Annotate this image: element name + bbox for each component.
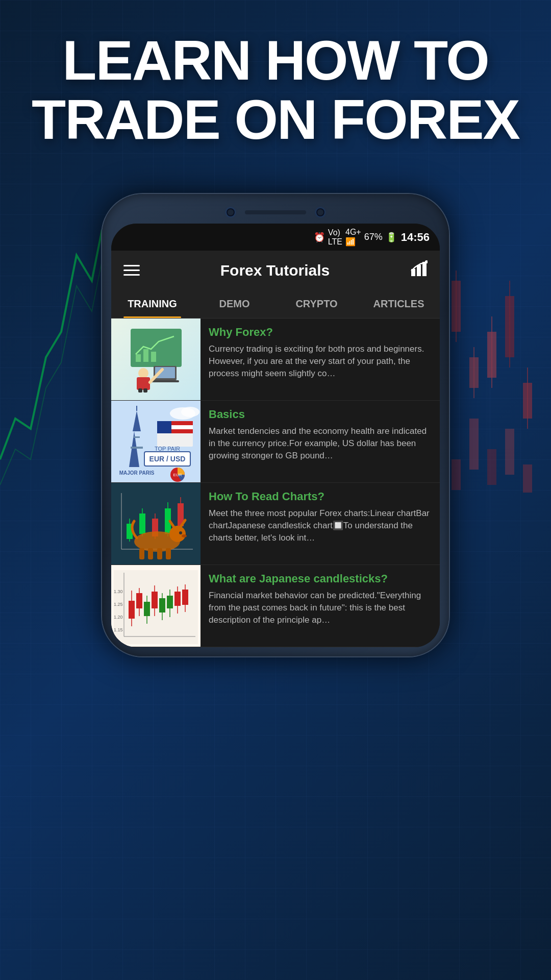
tab-articles[interactable]: ARTICLES [358, 290, 440, 318]
svg-rect-83 [136, 593, 142, 608]
battery-icon: 🔋 [386, 232, 397, 243]
svg-text:EUR: EUR [173, 473, 182, 477]
article-content-basics: Basics Market tendencies and the economy… [201, 401, 440, 482]
svg-rect-13 [452, 459, 461, 490]
svg-text:1.20: 1.20 [114, 615, 123, 620]
svg-point-36 [181, 407, 199, 417]
background-chart-left [0, 153, 102, 510]
svg-rect-81 [129, 601, 135, 619]
svg-rect-73 [148, 548, 153, 559]
alarm-icon: ⏰ [314, 232, 325, 243]
svg-rect-20 [422, 262, 427, 276]
phone-speaker [245, 210, 306, 214]
svg-rect-30 [137, 377, 150, 390]
phone-camera-left [227, 208, 235, 216]
svg-rect-40 [131, 447, 143, 449]
status-icons: ⏰ Vo)LTE 4G+📶 67% 🔋 [314, 228, 397, 247]
svg-point-67 [169, 526, 186, 542]
article-content-candlesticks: What are Japanese candlesticks? Financia… [201, 565, 440, 647]
article-title-why-forex: Why Forex? [209, 326, 432, 339]
svg-rect-17 [523, 464, 532, 493]
app-header: Forex Tutorials [111, 251, 440, 290]
hamburger-menu-button[interactable] [123, 265, 140, 276]
article-title-basics: Basics [209, 408, 432, 421]
hero-section: LEARN HOW TO TRADE ON FOREX [0, 31, 551, 149]
svg-rect-23 [136, 354, 141, 362]
hero-title: LEARN HOW TO TRADE ON FOREX [31, 31, 520, 149]
svg-rect-74 [157, 548, 162, 559]
svg-rect-85 [144, 602, 150, 616]
svg-rect-15 [487, 449, 496, 485]
status-time: 14:56 [401, 231, 430, 244]
svg-rect-32 [138, 388, 142, 393]
svg-point-29 [138, 368, 148, 378]
article-list: Why Forex? Currency trading is exciting … [111, 318, 440, 647]
tab-training[interactable]: TRAINING [111, 290, 193, 318]
svg-point-71 [182, 534, 187, 537]
article-thumb-basics: EUR / USD TOP PAIR MAJOR PARIS EUR [111, 401, 201, 482]
article-excerpt-candlesticks: Financial market behavior can be predict… [209, 590, 432, 626]
battery-text: 67% [364, 232, 383, 242]
app-title: Forex Tutorials [220, 262, 330, 279]
phone-top-bar [111, 203, 440, 224]
tab-bar: TRAINING DEMO CRYPTO ARTICLES [111, 290, 440, 318]
tab-crypto[interactable]: CRYPTO [276, 290, 358, 318]
svg-rect-89 [159, 598, 165, 612]
status-bar: ⏰ Vo)LTE 4G+📶 67% 🔋 14:56 [111, 224, 440, 251]
svg-rect-46 [157, 421, 171, 433]
phone-outer-shell: ⏰ Vo)LTE 4G+📶 67% 🔋 14:56 Forex Tutorial… [102, 194, 449, 656]
svg-rect-93 [174, 592, 181, 606]
article-item-charts[interactable]: How To Read Charts? Meet the three most … [111, 483, 440, 565]
svg-rect-33 [143, 388, 147, 393]
article-thumb-charts [111, 483, 201, 565]
article-content-charts: How To Read Charts? Meet the three most … [201, 483, 440, 565]
phone-screen: ⏰ Vo)LTE 4G+📶 67% 🔋 14:56 Forex Tutorial… [111, 224, 440, 647]
svg-text:MAJOR PARIS: MAJOR PARIS [119, 470, 155, 476]
svg-rect-95 [182, 590, 188, 605]
svg-text:1.25: 1.25 [114, 602, 123, 607]
article-thumb-candlesticks: 1.30 1.25 1.20 1.15 [111, 565, 201, 647]
svg-text:TOP PAIR: TOP PAIR [155, 446, 180, 452]
svg-rect-91 [167, 596, 173, 608]
svg-text:1.15: 1.15 [114, 627, 123, 632]
svg-rect-25 [151, 352, 156, 362]
article-thumb-why-forex [111, 318, 201, 400]
signal-text: Vo)LTE [328, 228, 342, 247]
article-excerpt-charts: Meet the three most popular Forex charts… [209, 507, 432, 544]
chart-stats-icon[interactable] [410, 260, 428, 281]
svg-rect-24 [143, 349, 148, 362]
article-title-charts: How To Read Charts? [209, 490, 432, 503]
article-item-candlesticks[interactable]: 1.30 1.25 1.20 1.15 What are Japanese ca… [111, 565, 440, 647]
article-excerpt-basics: Market tendencies and the economy health… [209, 425, 432, 461]
article-title-candlesticks: What are Japanese candlesticks? [209, 572, 432, 585]
svg-point-70 [179, 531, 182, 534]
phone-camera-right [316, 208, 324, 216]
svg-rect-41 [134, 436, 140, 438]
svg-rect-16 [505, 429, 514, 475]
svg-rect-19 [417, 265, 421, 276]
phone-mockup: ⏰ Vo)LTE 4G+📶 67% 🔋 14:56 Forex Tutorial… [102, 194, 449, 656]
svg-rect-87 [152, 592, 158, 608]
article-content-why-forex: Why Forex? Currency trading is exciting … [201, 318, 440, 400]
article-item-basics[interactable]: EUR / USD TOP PAIR MAJOR PARIS EUR [111, 401, 440, 483]
article-excerpt-why-forex: Currency trading is exciting for both pr… [209, 343, 432, 379]
svg-text:1.30: 1.30 [114, 589, 123, 594]
tab-demo[interactable]: DEMO [193, 290, 276, 318]
article-item-why-forex[interactable]: Why Forex? Currency trading is exciting … [111, 318, 440, 401]
svg-text:EUR / USD: EUR / USD [149, 455, 186, 463]
svg-rect-75 [166, 548, 171, 559]
svg-rect-14 [469, 419, 479, 470]
svg-rect-72 [139, 548, 144, 559]
network-icon: 4G+📶 [345, 228, 361, 247]
